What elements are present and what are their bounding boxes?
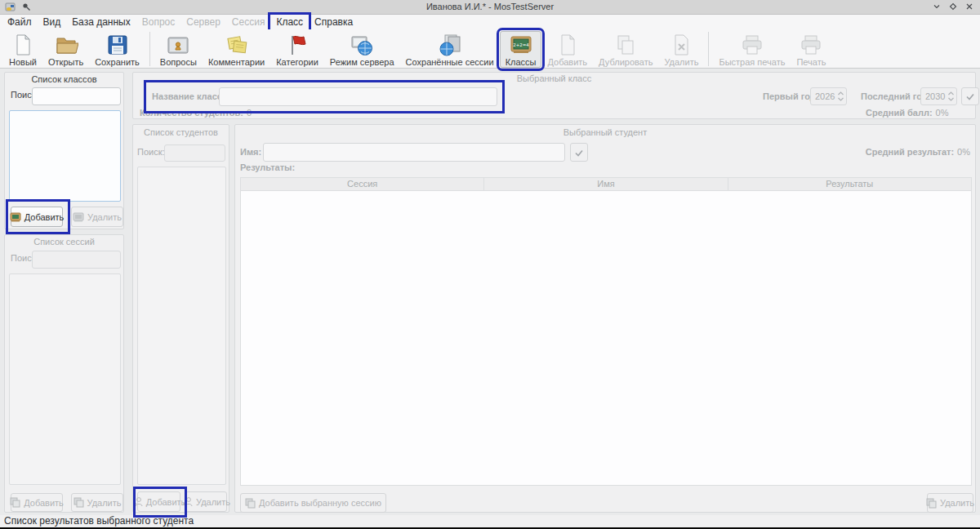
saved-sessions-icon	[438, 32, 462, 57]
results-remove-button[interactable]: Удалить	[927, 493, 973, 513]
classes-panel-title: Список классов	[5, 74, 123, 84]
print-icon	[799, 32, 823, 57]
minimize-button[interactable]	[933, 2, 941, 11]
maximize-button[interactable]	[949, 2, 957, 11]
students-add-button[interactable]: Добавить	[137, 491, 180, 512]
toolbar-categories-button[interactable]: Категории	[270, 31, 324, 68]
window-title: Иванова И.И.* - MosTestServer	[0, 2, 980, 11]
menu-session[interactable]: Сессия	[226, 15, 271, 29]
notes-icon	[10, 497, 20, 508]
student-add-icon	[132, 496, 143, 507]
checkmark-icon	[574, 148, 584, 158]
sessions-search-input[interactable]	[32, 251, 121, 269]
chalkboard-remove-icon	[73, 211, 84, 223]
column-header-name[interactable]: Имя	[484, 178, 728, 190]
titlebar: Иванова И.И.* - MosTestServer	[0, 0, 980, 15]
statusbar: Список результатов выбранного студента	[0, 515, 980, 527]
student-confirm-button[interactable]	[570, 143, 588, 162]
menu-server[interactable]: Сервер	[180, 15, 226, 29]
application-window: Иванова И.И.* - MosTestServer Файл Вид Б…	[0, 0, 980, 529]
sessions-panel-title: Список сессий	[5, 237, 123, 247]
avg-score: Средний балл: 0%	[866, 108, 948, 118]
classes-search-input[interactable]	[32, 87, 121, 105]
first-year-spinbox[interactable]: 2026	[810, 87, 847, 105]
results-table: Сессия Имя Результаты	[240, 177, 972, 486]
selected-class-title: Выбранный класс	[133, 73, 975, 83]
toolbar: Новый Открыть Сохранить Вопросы Коммента…	[0, 29, 980, 69]
menu-view[interactable]: Вид	[38, 15, 67, 29]
toolbar-separator	[149, 32, 150, 66]
classes-icon: 2+2=4	[509, 32, 533, 57]
avg-result: Средний результат: 0%	[866, 147, 970, 157]
menu-database[interactable]: База данных	[66, 15, 136, 29]
toolbar-classes-button[interactable]: 2+2=4 Классы	[500, 31, 542, 68]
server-mode-icon	[350, 32, 374, 57]
toolbar-duplicate-button[interactable]: Дублировать	[593, 31, 658, 68]
save-icon	[105, 32, 130, 57]
delete-icon	[669, 32, 693, 57]
add-icon	[555, 32, 580, 57]
statusbar-text: Список результатов выбранного студента	[4, 515, 194, 527]
column-header-results[interactable]: Результаты	[728, 178, 971, 190]
notes-icon	[74, 497, 84, 508]
spinner-arrows-icon[interactable]	[947, 90, 955, 103]
sessions-list[interactable]	[9, 273, 121, 485]
svg-text:2+2=4: 2+2=4	[513, 42, 529, 47]
class-name-input[interactable]	[219, 87, 497, 106]
toolbar-open-button[interactable]: Открыть	[42, 31, 89, 68]
menu-class[interactable]: Класс	[270, 15, 309, 29]
toolbar-add-button[interactable]: Добавить	[541, 31, 593, 68]
toolbar-questions-button[interactable]: Вопросы	[154, 31, 203, 68]
toolbar-quick-print-button[interactable]: Быстрая печать	[713, 31, 791, 68]
classes-panel: Список классов Поиск: Добавить Удалить	[4, 72, 124, 229]
toolbar-comments-button[interactable]: Комментарии	[203, 31, 270, 68]
questions-icon	[166, 32, 190, 57]
sessions-add-button[interactable]: Добавить	[11, 493, 63, 512]
students-search-input[interactable]	[164, 144, 225, 162]
classes-add-button[interactable]: Добавить	[11, 207, 63, 227]
students-list[interactable]	[137, 167, 226, 485]
results-label: Результаты:	[240, 162, 295, 172]
student-name-label: Имя:	[240, 147, 261, 157]
add-selected-session-button[interactable]: Добавить выбранную сессию	[240, 493, 386, 513]
results-table-header: Сессия Имя Результаты	[240, 177, 972, 191]
toolbar-saved-sessions-button[interactable]: Сохранённые сессии	[400, 31, 500, 68]
selected-student-title: Выбранный студент	[235, 127, 975, 137]
class-confirm-button[interactable]	[961, 87, 979, 105]
checkmark-icon	[965, 91, 975, 101]
toolbar-save-button[interactable]: Сохранить	[89, 31, 145, 68]
notes-icon	[926, 498, 937, 509]
student-name-input[interactable]	[263, 143, 565, 162]
menu-help[interactable]: Справка	[309, 15, 359, 29]
students-panel-title: Список студентов	[133, 127, 229, 137]
notes-icon	[245, 498, 256, 509]
sessions-panel: Список сессий Поиск: Добавить Удалить	[4, 234, 124, 513]
students-remove-button[interactable]: Удалить	[185, 491, 227, 512]
student-remove-icon	[182, 496, 193, 507]
toolbar-new-button[interactable]: Новый	[3, 31, 42, 68]
students-panel: Список студентов Поиск: Добавить Удалить	[132, 124, 229, 513]
column-header-session[interactable]: Сессия	[241, 178, 484, 190]
spinner-arrows-icon[interactable]	[837, 90, 844, 103]
selected-class-panel: Выбранный класс Название класса: Количес…	[132, 72, 976, 119]
menu-file[interactable]: Файл	[2, 15, 38, 29]
classes-remove-button[interactable]: Удалить	[71, 207, 123, 227]
students-search-label: Поиск:	[137, 147, 165, 157]
categories-icon	[285, 32, 310, 57]
toolbar-server-mode-button[interactable]: Режим сервера	[324, 31, 400, 68]
sessions-remove-button[interactable]: Удалить	[71, 493, 123, 512]
comments-icon	[225, 32, 249, 57]
toolbar-delete-button[interactable]: Удалить	[658, 31, 704, 68]
results-table-body[interactable]	[240, 191, 972, 486]
classes-list[interactable]	[9, 110, 121, 202]
duplicate-icon	[613, 32, 638, 57]
selected-student-panel: Выбранный студент Имя: Средний результат…	[234, 124, 976, 513]
close-button[interactable]	[965, 2, 973, 11]
new-document-icon	[11, 32, 35, 57]
menu-question[interactable]: Вопрос	[136, 15, 181, 29]
toolbar-separator	[708, 32, 709, 66]
students-count: Количество студентов: 0	[140, 108, 252, 118]
toolbar-print-button[interactable]: Печать	[791, 31, 831, 68]
chalkboard-add-icon	[10, 211, 21, 223]
last-year-spinbox[interactable]: 2030	[920, 87, 957, 105]
